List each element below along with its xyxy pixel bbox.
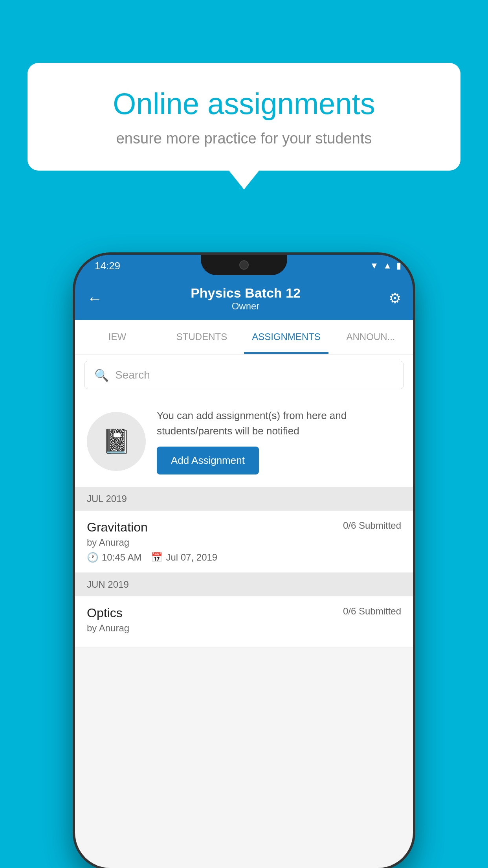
assignment-author: by Anurag bbox=[87, 537, 401, 548]
phone-notch bbox=[201, 255, 287, 275]
tab-assignments[interactable]: ASSIGNMENTS bbox=[244, 320, 328, 354]
clock-icon: 🕐 bbox=[87, 552, 99, 563]
search-icon: 🔍 bbox=[94, 368, 109, 382]
back-button[interactable]: ← bbox=[87, 290, 103, 307]
assignment-time: 🕐 10:45 AM bbox=[87, 552, 141, 563]
assignment-name-optics: Optics bbox=[87, 606, 123, 620]
header-title: Physics Batch 12 bbox=[191, 285, 301, 301]
assignment-submitted-optics: 0/6 Submitted bbox=[343, 606, 401, 617]
signal-icon: ▲ bbox=[383, 261, 392, 271]
assignment-item-optics[interactable]: Optics 0/6 Submitted by Anurag bbox=[75, 596, 413, 647]
promo-icon-circle: 📓 bbox=[87, 412, 146, 471]
phone-screen: 🔍 Search 📓 You can add assignment(s) fro… bbox=[75, 355, 413, 868]
header-subtitle: Owner bbox=[191, 301, 301, 312]
status-time: 14:29 bbox=[95, 260, 120, 272]
assignment-row1: Gravitation 0/6 Submitted bbox=[87, 520, 401, 535]
assignment-name: Gravitation bbox=[87, 520, 148, 535]
wifi-icon: ▼ bbox=[370, 261, 378, 271]
battery-icon: ▮ bbox=[396, 261, 401, 271]
tab-announcements[interactable]: ANNOUN... bbox=[328, 320, 413, 354]
calendar-icon: 📅 bbox=[151, 552, 163, 563]
promo-card: 📓 You can add assignment(s) from here an… bbox=[75, 395, 413, 487]
phone-mockup: 14:29 ▼ ▲ ▮ ← Physics Batch 12 Owner ⚙ I… bbox=[75, 255, 413, 868]
status-icons: ▼ ▲ ▮ bbox=[370, 261, 401, 271]
search-input[interactable]: Search bbox=[115, 369, 150, 381]
assignment-item-gravitation[interactable]: Gravitation 0/6 Submitted by Anurag 🕐 10… bbox=[75, 511, 413, 573]
promo-text-area: You can add assignment(s) from here and … bbox=[157, 408, 401, 474]
add-assignment-button[interactable]: Add Assignment bbox=[157, 447, 259, 474]
tab-students[interactable]: STUDENTS bbox=[160, 320, 244, 354]
assignment-row1-optics: Optics 0/6 Submitted bbox=[87, 606, 401, 620]
assignment-submitted: 0/6 Submitted bbox=[343, 520, 401, 531]
assignment-author-optics: by Anurag bbox=[87, 623, 401, 634]
phone-outer: 14:29 ▼ ▲ ▮ ← Physics Batch 12 Owner ⚙ I… bbox=[75, 255, 413, 868]
assignment-meta: 🕐 10:45 AM 📅 Jul 07, 2019 bbox=[87, 552, 401, 563]
section-jun-2019: JUN 2019 bbox=[75, 573, 413, 596]
promo-description: You can add assignment(s) from here and … bbox=[157, 408, 401, 439]
assignment-date: 📅 Jul 07, 2019 bbox=[151, 552, 217, 563]
speech-bubble-subtitle: ensure more practice for your students bbox=[55, 130, 433, 147]
header-title-area: Physics Batch 12 Owner bbox=[191, 285, 301, 312]
tab-iew[interactable]: IEW bbox=[75, 320, 160, 354]
section-jul-2019: JUL 2019 bbox=[75, 487, 413, 511]
front-camera bbox=[239, 260, 249, 270]
tab-bar: IEW STUDENTS ASSIGNMENTS ANNOUN... bbox=[75, 320, 413, 355]
settings-button[interactable]: ⚙ bbox=[389, 290, 401, 307]
app-header: ← Physics Batch 12 Owner ⚙ bbox=[75, 277, 413, 320]
search-bar-container: 🔍 Search bbox=[75, 355, 413, 395]
search-bar[interactable]: 🔍 Search bbox=[84, 361, 404, 389]
speech-bubble: Online assignments ensure more practice … bbox=[28, 63, 460, 171]
notebook-icon: 📓 bbox=[102, 427, 131, 455]
speech-bubble-area: Online assignments ensure more practice … bbox=[28, 63, 460, 171]
speech-bubble-title: Online assignments bbox=[55, 86, 433, 121]
